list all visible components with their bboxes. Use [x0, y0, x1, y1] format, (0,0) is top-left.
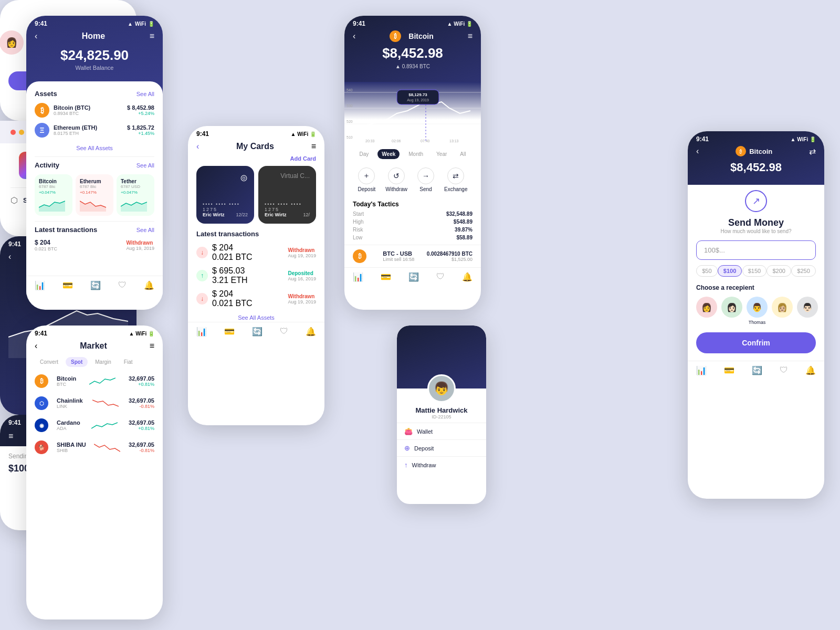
send-subtitle: How much would like to send? [688, 228, 824, 234]
tab-margin[interactable]: Margin [90, 357, 117, 367]
back-icon[interactable]: ‹ [35, 32, 37, 41]
tab-year[interactable]: Year [432, 149, 451, 159]
tx2-icon: ↑ [196, 270, 208, 281]
tab-convert[interactable]: Convert [35, 357, 64, 367]
menu-icon[interactable]: ≡ [150, 32, 154, 41]
nav-exchange[interactable]: 🔄 [90, 280, 101, 290]
tab-day[interactable]: Day [355, 149, 373, 159]
nav-shield[interactable]: 🛡 [118, 280, 127, 290]
market-menu[interactable]: ≡ [150, 341, 154, 351]
nav-exchange-c[interactable]: 🔄 [252, 327, 262, 337]
nav-bell-b[interactable]: 🔔 [462, 272, 472, 282]
amt-150[interactable]: $150 [742, 265, 766, 277]
recipient-3[interactable]: 👨 Thomas [747, 297, 768, 325]
asset-row-btc[interactable]: ₿ Bitcoin (BTC) 0.8934 BTC $ 8,452.98 +5… [35, 103, 154, 118]
cards-back[interactable]: ‹ [196, 142, 199, 151]
mkt-ada-chart [91, 419, 118, 432]
dot-red [10, 130, 16, 135]
tab-month[interactable]: Month [404, 149, 427, 159]
nav-shield-s[interactable]: 🛡 [780, 365, 788, 375]
recipient-2[interactable]: 👩🏻 [721, 297, 742, 325]
deposit-button[interactable]: ＋ Deposit [358, 167, 375, 192]
rec-name-3: Thomas [749, 320, 766, 325]
btc-menu[interactable]: ≡ [468, 32, 472, 41]
nav-bell-s[interactable]: 🔔 [805, 365, 816, 375]
see-all-activity[interactable]: See All [136, 162, 154, 169]
nav-shield-c[interactable]: 🛡 [280, 327, 288, 337]
nav-shield-b[interactable]: 🛡 [436, 272, 445, 282]
menu-deposit[interactable]: ⊕ Deposit [397, 439, 486, 456]
nav-card[interactable]: 💳 [62, 280, 73, 290]
user-item-1[interactable]: 👩 [0, 30, 24, 63]
card-1-name: Eric Wirtz [203, 212, 224, 217]
market-back[interactable]: ‹ [35, 341, 37, 351]
nav-bell[interactable]: 🔔 [144, 280, 154, 290]
nav-home-b[interactable]: 📊 [353, 272, 363, 282]
market-row-ada[interactable]: ◉ Cardano ADA 32,697.05 +0.81% [26, 414, 163, 436]
cards-menu[interactable]: ≡ [311, 142, 316, 151]
btc-main-price: $8,452.98 [353, 45, 472, 61]
home-nav: ‹ Home ≡ [26, 29, 163, 43]
tactics-title: Today's Tactics [353, 201, 472, 208]
period-tabs: Day Week Month Year All [344, 145, 481, 163]
tab-all[interactable]: All [456, 149, 470, 159]
nav-card-b[interactable]: 💳 [381, 272, 391, 282]
btc-dark-section: 9:41 ▲ WiFi 🔋 ‹ ₿ Bitcoin ≡ $8,452.98 ▲ … [344, 16, 481, 82]
menu-wallet[interactable]: 👛 Wallet [397, 423, 486, 439]
add-card-button[interactable]: Add Card [290, 155, 317, 162]
btc-pair-row: ₿ BTC - USB Limit sell 16:58 0.002846791… [344, 245, 481, 267]
nav-home-s[interactable]: 📊 [696, 365, 707, 375]
nav-card-s[interactable]: 💳 [724, 365, 734, 375]
nav-card-c[interactable]: 💳 [224, 327, 235, 337]
cards-see-all[interactable]: See All Assets [238, 314, 275, 321]
recipient-1[interactable]: 👩 [696, 297, 717, 325]
assets-title: Assets [35, 90, 57, 98]
menu-withdraw[interactable]: ↑ Withdraw [397, 456, 486, 473]
eth-mini-chart [80, 197, 106, 212]
svg-marker-0 [39, 201, 65, 212]
status-icons: ▲WiFi🔋 [128, 21, 154, 27]
nav-home-c[interactable]: 📊 [196, 327, 207, 337]
btc-title-row: ‹ ₿ Bitcoin ≡ [353, 30, 472, 42]
send-button[interactable]: → Send [417, 167, 434, 192]
send-back[interactable]: ‹ [696, 146, 699, 156]
eth-name: Ethereum (ETH) [54, 124, 127, 131]
nav-exchange-b[interactable]: 🔄 [408, 272, 419, 282]
card-2-dots: •••• •••• •••• 1275 [265, 202, 310, 212]
withdraw-button[interactable]: ↺ Withdraw [385, 167, 407, 192]
market-row-shib[interactable]: 🐕 SHIBA INU SHIB 32,697.05 -0.81% [26, 436, 163, 458]
amount-input[interactable]: 100$... [696, 240, 816, 260]
phone-send: 9:41 ▲ WiFi 🔋 ‹ ₿ Bitcoin ⇄ $8,452.98 ↗ … [688, 131, 824, 499]
nav-home[interactable]: 📊 [35, 280, 45, 290]
deposit-menu-icon: ⊕ [404, 444, 410, 452]
amt-100[interactable]: $100 [718, 265, 742, 277]
card-1[interactable]: ⊚ •••• •••• •••• 1275 Eric Wirtz 12/22 [196, 166, 254, 224]
market-row-btc[interactable]: ₿ Bitcoin BTC 32,697.05 +0.81% [26, 370, 163, 392]
asset-row-eth[interactable]: Ξ Ethereum (ETH) 8.0175 ETH $ 1,825.72 +… [35, 123, 154, 138]
send2-menu[interactable]: ≡ [8, 432, 13, 440]
exchange-button[interactable]: ⇄ Exchange [444, 167, 467, 192]
see-all-assets[interactable]: See All [136, 91, 154, 97]
mattie-avatar: 👦 [427, 374, 456, 403]
send-menu[interactable]: ⇄ [809, 146, 816, 156]
nav-exchange-s[interactable]: 🔄 [752, 365, 762, 375]
cards-nav: ‹ My Cards ≡ [188, 140, 324, 155]
tab-week[interactable]: Week [377, 149, 400, 159]
activity-eth: Etherum 6787 Btc +0.147% [76, 174, 113, 216]
see-all-tx[interactable]: See All [136, 227, 154, 233]
see-all-assets-2[interactable]: See All Assets [76, 145, 113, 151]
send-coin-name: Bitcoin [749, 148, 772, 155]
tab-fiat[interactable]: Fiat [119, 357, 138, 367]
btc2-back[interactable]: ‹ [8, 252, 11, 262]
amt-200[interactable]: $200 [766, 265, 791, 277]
card-2[interactable]: Virtual C... •••• •••• •••• 1275 Eric Wi… [258, 166, 316, 224]
recipient-5[interactable]: 👨🏻 [797, 297, 818, 325]
tab-spot[interactable]: Spot [66, 357, 88, 367]
amt-250[interactable]: $250 [791, 265, 815, 277]
recipient-4[interactable]: 👩🏼 [772, 297, 793, 325]
btc-back[interactable]: ‹ [353, 32, 355, 41]
amt-50[interactable]: $50 [696, 265, 717, 277]
nav-bell-c[interactable]: 🔔 [306, 327, 316, 337]
market-row-link[interactable]: ⬡ Chainlink LINK 32,697.05 -0.81% [26, 392, 163, 414]
send-confirm-button[interactable]: Confrim [696, 332, 816, 353]
